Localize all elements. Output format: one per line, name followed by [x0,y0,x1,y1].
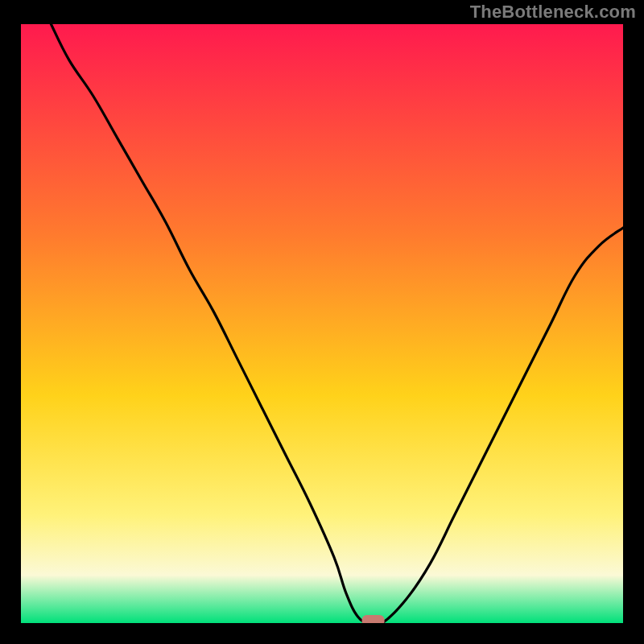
chart-frame: TheBottleneck.com [0,0,644,644]
gradient-background [21,24,623,623]
watermark-text: TheBottleneck.com [470,2,636,23]
plot-area [21,24,623,623]
bottleneck-plot-svg [21,24,623,623]
optimal-marker [362,615,385,623]
